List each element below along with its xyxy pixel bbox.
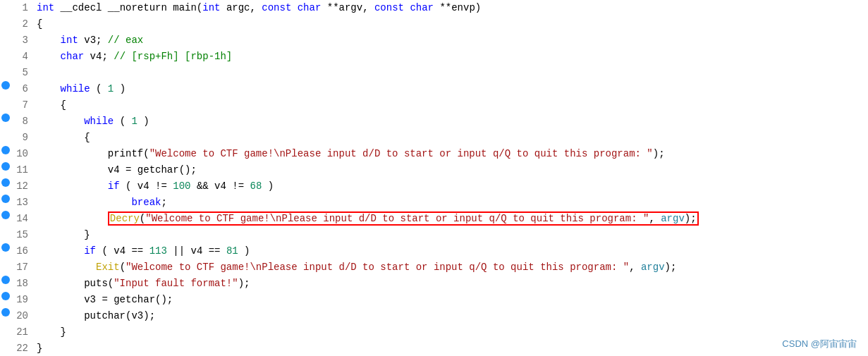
line-number-9: 9 (11, 130, 34, 146)
code-content-1: int __cdecl __noreturn main(int argc, co… (34, 0, 868, 16)
line-number-7: 7 (11, 97, 34, 113)
code-row-3: 3 int v3; // eax (0, 32, 868, 49)
code-row-2: 2{ (0, 16, 868, 32)
code-content-4: char v4; // [rsp+Fh] [rbp-1h] (34, 49, 868, 65)
code-row-12: 12 if ( v4 != 100 && v4 != 68 ) (0, 178, 868, 195)
code-row-20: 20 putchar(v3); (0, 308, 868, 324)
breakpoint-dot (1, 276, 10, 284)
code-row-1: 1int __cdecl __noreturn main(int argc, c… (0, 0, 868, 16)
line-number-17: 17 (11, 259, 34, 276)
code-row-11: 11 v4 = getchar(); (0, 162, 868, 178)
line-number-14: 14 (11, 211, 34, 227)
breakpoint-dot (1, 162, 10, 171)
code-content-7: { (34, 97, 868, 113)
code-editor: 1int __cdecl __noreturn main(int argc, c… (0, 0, 868, 356)
code-lines: 1int __cdecl __noreturn main(int argc, c… (0, 0, 868, 356)
breakpoint-19[interactable] (0, 292, 11, 300)
code-content-18: puts("Input fault format!"); (34, 276, 868, 292)
code-content-19: v3 = getchar(); (34, 292, 868, 308)
watermark: CSDN @阿宙宙宙 (782, 338, 857, 350)
code-content-13: break; (34, 195, 868, 211)
code-content-6: while ( 1 ) (34, 81, 868, 97)
breakpoint-dot (1, 308, 10, 317)
line-number-15: 15 (11, 227, 34, 243)
line-number-22: 22 (11, 340, 34, 356)
breakpoint-11[interactable] (0, 162, 11, 171)
line-number-5: 5 (11, 65, 34, 81)
breakpoint-13[interactable] (0, 195, 11, 203)
breakpoint-dot (1, 81, 10, 90)
line-number-3: 3 (11, 32, 34, 49)
breakpoint-dot (1, 146, 10, 154)
code-row-17: 17 Exit("Welcome to CTF game!\nPlease in… (0, 259, 868, 276)
code-row-7: 7 { (0, 97, 868, 113)
code-content-2: { (34, 16, 868, 32)
code-content-10: printf("Welcome to CTF game!\nPlease inp… (34, 146, 868, 162)
code-content-8: while ( 1 ) (34, 113, 868, 130)
code-row-14: 14 Decry("Welcome to CTF game!\nPlease i… (0, 211, 868, 227)
breakpoint-dot (1, 211, 10, 219)
line-number-13: 13 (11, 195, 34, 211)
code-content-9: { (34, 130, 868, 146)
code-content-16: if ( v4 == 113 || v4 == 81 ) (34, 243, 868, 259)
breakpoint-18[interactable] (0, 276, 11, 284)
code-content-3: int v3; // eax (34, 32, 868, 49)
line-number-8: 8 (11, 113, 34, 130)
code-row-16: 16 if ( v4 == 113 || v4 == 81 ) (0, 243, 868, 259)
code-row-6: 6 while ( 1 ) (0, 81, 868, 97)
line-number-10: 10 (11, 146, 34, 162)
line-number-4: 4 (11, 49, 34, 65)
code-row-15: 15 } (0, 227, 868, 243)
breakpoint-16[interactable] (0, 243, 11, 252)
code-row-18: 18 puts("Input fault format!"); (0, 276, 868, 292)
breakpoint-8[interactable] (0, 113, 11, 122)
breakpoint-14[interactable] (0, 211, 11, 219)
code-row-10: 10 printf("Welcome to CTF game!\nPlease … (0, 146, 868, 162)
code-content-15: } (34, 227, 868, 243)
code-row-13: 13 break; (0, 195, 868, 211)
code-content-20: putchar(v3); (34, 308, 868, 324)
code-content-22: } (34, 340, 868, 356)
line-number-16: 16 (11, 243, 34, 259)
breakpoint-dot (1, 243, 10, 252)
line-number-11: 11 (11, 162, 34, 178)
code-content-17: Exit("Welcome to CTF game!\nPlease input… (34, 259, 868, 276)
line-number-12: 12 (11, 178, 34, 195)
code-row-5: 5 (0, 65, 868, 81)
line-number-19: 19 (11, 292, 34, 308)
code-content-14: Decry("Welcome to CTF game!\nPlease inpu… (34, 211, 868, 227)
code-row-19: 19 v3 = getchar(); (0, 292, 868, 308)
code-row-9: 9 { (0, 130, 868, 146)
breakpoint-dot (1, 113, 10, 122)
breakpoint-dot (1, 195, 10, 203)
line-number-20: 20 (11, 308, 34, 324)
line-number-1: 1 (11, 0, 34, 16)
code-content-12: if ( v4 != 100 && v4 != 68 ) (34, 178, 868, 195)
line-number-21: 21 (11, 324, 34, 340)
breakpoint-10[interactable] (0, 146, 11, 154)
line-number-2: 2 (11, 16, 34, 32)
code-row-22: 22} (0, 340, 868, 356)
line-number-18: 18 (11, 276, 34, 292)
line-number-6: 6 (11, 81, 34, 97)
breakpoint-6[interactable] (0, 81, 11, 90)
code-content-21: } (34, 324, 868, 340)
code-row-8: 8 while ( 1 ) (0, 113, 868, 130)
breakpoint-12[interactable] (0, 178, 11, 187)
breakpoint-dot (1, 292, 10, 300)
breakpoint-20[interactable] (0, 308, 11, 317)
code-content-11: v4 = getchar(); (34, 162, 868, 178)
code-row-21: 21 } (0, 324, 868, 340)
breakpoint-dot (1, 178, 10, 187)
code-row-4: 4 char v4; // [rsp+Fh] [rbp-1h] (0, 49, 868, 65)
